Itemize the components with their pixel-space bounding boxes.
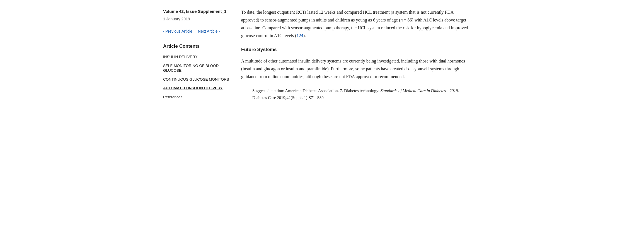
- next-article-label: Next Article: [198, 28, 218, 34]
- main-content: To date, the longest outpatient RCTs las…: [241, 6, 470, 103]
- contents-item-automated-insulin[interactable]: AUTOMATED INSULIN DELIVERY: [163, 86, 230, 91]
- citation-italic-title: Standards of Medical Care in Diabetes—20…: [381, 88, 458, 93]
- future-systems-heading: Future Systems: [241, 46, 470, 53]
- citation-block: Suggested citation: American Diabetes As…: [252, 87, 470, 101]
- prev-chevron-icon: ‹: [163, 28, 164, 34]
- citation-prefix: Suggested citation: American Diabetes As…: [252, 88, 381, 93]
- article-nav: ‹ Previous Article Next Article ›: [163, 28, 230, 34]
- next-article-link[interactable]: Next Article ›: [198, 28, 220, 34]
- article-contents-title: Article Contents: [163, 42, 230, 50]
- contents-list: INSULIN DELIVERY SELF-MONITORING OF BLOO…: [163, 54, 230, 99]
- next-chevron-icon: ›: [219, 28, 220, 34]
- sidebar: Volume 42, Issue Supplement_1 1 January …: [163, 6, 241, 103]
- previous-article-link[interactable]: ‹ Previous Article: [163, 28, 192, 34]
- contents-item-cgm[interactable]: CONTINUOUS GLUCOSE MONITORS: [163, 77, 230, 82]
- citation-text: Suggested citation: American Diabetes As…: [252, 88, 459, 100]
- contents-item-insulin-delivery[interactable]: INSULIN DELIVERY: [163, 54, 230, 59]
- contents-item-self-monitoring[interactable]: SELF-MONITORING OF BLOOD GLUCOSE: [163, 63, 230, 73]
- body-text-content: To date, the longest outpatient RCTs las…: [241, 10, 468, 38]
- previous-article-label: Previous Article: [165, 28, 192, 34]
- sidebar-volume: Volume 42, Issue Supplement_1: [163, 8, 230, 14]
- contents-item-references[interactable]: References: [163, 95, 230, 100]
- sidebar-date: 1 January 2019: [163, 16, 230, 22]
- page-layout: Volume 42, Issue Supplement_1 1 January …: [155, 0, 489, 109]
- future-systems-paragraph: A multitude of other automated insulin d…: [241, 57, 470, 81]
- body-paragraph: To date, the longest outpatient RCTs las…: [241, 8, 470, 40]
- ref-124-link[interactable]: 124: [297, 33, 303, 38]
